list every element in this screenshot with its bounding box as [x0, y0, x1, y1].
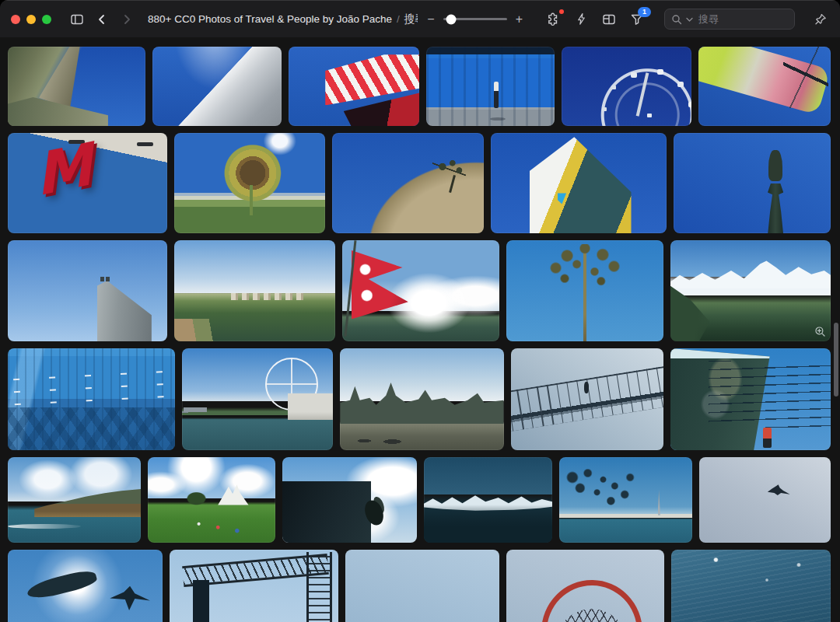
photo-thumbnail-nepal-flag[interactable] — [342, 240, 499, 341]
photo-thumbnail-suspension-bridge[interactable] — [511, 348, 663, 450]
breadcrumb-separator: / — [397, 13, 400, 25]
zoom-in-overlay-icon[interactable] — [814, 326, 826, 337]
photo-thumbnail-building-corner[interactable] — [491, 133, 666, 233]
scrollbar-thumb[interactable] — [834, 323, 838, 397]
minimize-button[interactable] — [26, 15, 36, 24]
photo-thumbnail-fish-wall[interactable] — [8, 348, 175, 450]
plugins-button[interactable] — [544, 10, 562, 28]
photo-thumbnail-sea-water[interactable] — [671, 550, 831, 622]
photo-thumbnail-kites-sun[interactable] — [8, 550, 163, 622]
photo-thumbnail-kites-skyline[interactable] — [559, 457, 692, 543]
photo-thumbnail-dusk-mountains[interactable] — [424, 457, 552, 543]
photo-thumbnail-concrete-tower[interactable] — [8, 240, 167, 341]
grid-row-5 — [8, 457, 831, 543]
photo-thumbnail-blue-container[interactable] — [426, 47, 555, 126]
breadcrumb-current: 搜尋結果 (57 — [404, 13, 418, 25]
photo-thumbnail-alhambra-view[interactable] — [174, 240, 334, 341]
layout-button[interactable] — [600, 11, 618, 28]
thumbnail-zoom-control: − + — [425, 13, 524, 26]
search-scope-chevron-down-icon[interactable] — [686, 16, 693, 23]
filter-count-badge: 1 — [638, 7, 651, 17]
app-window: 880+ CC0 Photos of Travel & People by Jo… — [0, 0, 840, 622]
photo-thumbnail-letter-m-sign[interactable] — [8, 133, 167, 233]
photo-thumbnail-soaring-bird[interactable] — [699, 457, 831, 543]
titlebar: 880+ CC0 Photos of Travel & People by Jo… — [0, 0, 840, 37]
grid-row-3 — [8, 240, 831, 341]
grid-row-1 — [8, 47, 831, 126]
grid-row-4 — [8, 348, 831, 450]
chevron-left-icon — [95, 12, 109, 26]
breadcrumb[interactable]: 880+ CC0 Photos of Travel & People by Jo… — [148, 12, 418, 26]
breadcrumb-folder[interactable]: 880+ CC0 Photos of Travel & People by Jo… — [148, 13, 392, 25]
layout-icon — [602, 12, 616, 26]
photo-thumbnail-canal-ferris-wheel[interactable] — [182, 348, 333, 450]
search-box[interactable] — [664, 9, 795, 30]
pin-window-button[interactable] — [812, 11, 829, 28]
grid-row-2 — [8, 133, 831, 233]
pin-icon — [814, 12, 828, 26]
photo-thumbnail-figure-railing[interactable] — [345, 550, 499, 622]
forward-button[interactable] — [118, 11, 135, 28]
photo-thumbnail-satellite-dish[interactable] — [282, 457, 417, 543]
search-input[interactable] — [697, 12, 788, 26]
photo-detail — [763, 428, 771, 448]
zoom-out-button[interactable]: − — [425, 13, 436, 26]
photo-thumbnail-roller-coaster[interactable] — [506, 550, 664, 622]
photo-thumbnail-building-edge[interactable] — [152, 47, 282, 126]
photo-thumbnail-stage-truss[interactable] — [170, 550, 338, 622]
photo-thumbnail-coastal-cliffs[interactable] — [8, 457, 141, 543]
close-button[interactable] — [11, 15, 20, 24]
window-controls — [11, 15, 51, 24]
search-icon — [671, 14, 682, 25]
photo-thumbnail-ferris-wheel-night-blue[interactable] — [562, 47, 692, 126]
photo-thumbnail-wat-arun-river[interactable] — [340, 348, 503, 450]
zoom-window-button[interactable] — [42, 15, 51, 24]
sidebar-toggle-icon — [70, 12, 84, 26]
photo-thumbnail-graffiti-wall[interactable] — [670, 348, 831, 450]
back-button[interactable] — [93, 11, 110, 28]
photo-thumbnail-lawn-event[interactable] — [148, 457, 275, 543]
grid-row-6 — [8, 550, 831, 622]
zoom-slider-thumb[interactable] — [446, 14, 457, 24]
lightning-actions-icon — [575, 12, 588, 26]
zoom-slider[interactable] — [443, 18, 507, 21]
quick-actions-button[interactable] — [573, 11, 590, 27]
photo-thumbnail-dried-sunflower[interactable] — [174, 133, 324, 233]
photo-thumbnail-himalaya-peaks[interactable] — [670, 240, 831, 341]
plugin-notification-dot — [559, 9, 564, 14]
filter-button[interactable]: 1 — [628, 11, 646, 28]
photo-thumbnail-agave-stalk[interactable] — [506, 240, 663, 341]
zoom-in-button[interactable]: + — [514, 13, 524, 26]
photo-thumbnail-paraglider-wing[interactable] — [698, 47, 831, 126]
photo-grid — [0, 37, 840, 622]
sidebar-toggle-button[interactable] — [68, 11, 86, 28]
photo-thumbnail-rock-tree[interactable] — [332, 133, 484, 233]
photo-thumbnail-statue-column[interactable] — [674, 133, 831, 233]
toolbar-icons: 1 — [544, 10, 646, 28]
photo-thumbnail-temple-spire[interactable] — [8, 47, 145, 126]
chevron-right-icon — [120, 12, 134, 26]
puzzle-plugin-icon — [546, 12, 561, 26]
photo-thumbnail-striped-awning[interactable] — [289, 47, 419, 126]
